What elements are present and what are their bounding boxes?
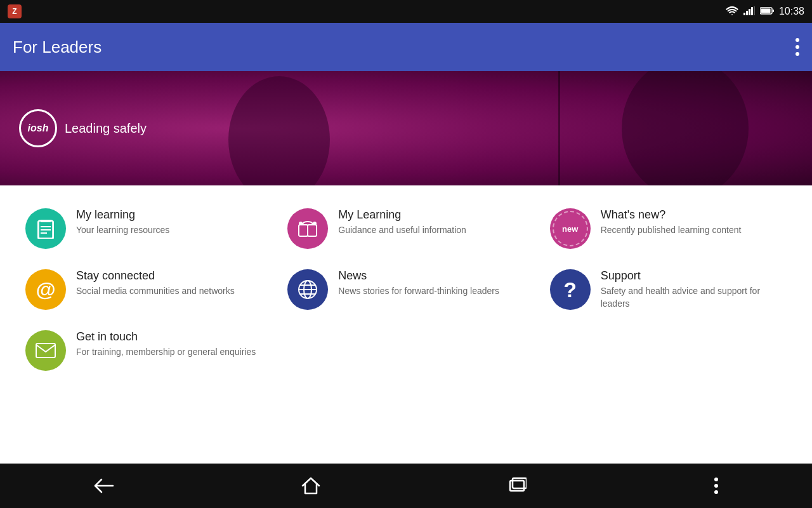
menu-item-whats-new[interactable]: new What's new? Recently published learn… (537, 198, 799, 259)
battery-icon (760, 6, 774, 17)
menu-item-my-learning-2[interactable]: My Learning Guidance and useful informat… (275, 198, 537, 259)
app-bar-title: For Leaders (13, 37, 102, 57)
support-desc: Safety and health advice and support for… (601, 285, 787, 310)
get-in-touch-desc: For training, membership or general enqu… (76, 346, 262, 359)
stay-connected-desc: Social media communities and networks (76, 285, 262, 298)
signal-icon (743, 6, 755, 17)
svg-rect-4 (754, 6, 755, 15)
svg-rect-14 (308, 225, 317, 236)
svg-rect-1 (746, 11, 748, 15)
hero-logo: iosh Leading safely (0, 97, 166, 160)
my-learning-title: My learning (76, 208, 262, 222)
get-in-touch-title: Get in touch (76, 330, 262, 344)
hero-banner: iosh Leading safely (0, 71, 812, 185)
my-learning-2-text: My Learning Guidance and useful informat… (338, 208, 524, 237)
menu-grid: My learning Your learning resources My L… (0, 185, 812, 387)
menu-item-get-in-touch[interactable]: Get in touch For training, membership or… (13, 320, 275, 381)
my-learning-icon (25, 208, 66, 249)
my-learning-desc: Your learning resources (76, 224, 262, 237)
svg-point-29 (714, 490, 718, 494)
stay-connected-text: Stay connected Social media communities … (76, 269, 262, 298)
svg-rect-6 (773, 10, 774, 12)
svg-rect-7 (761, 9, 770, 13)
news-title: News (338, 269, 524, 283)
news-text: News News stories for forward-thinking l… (338, 269, 524, 298)
bottom-nav (0, 464, 812, 508)
wifi-icon (726, 6, 738, 17)
recents-button[interactable] (495, 471, 539, 501)
menu-item-news[interactable]: News News stories for forward-thinking l… (275, 259, 537, 320)
more-options-button[interactable] (701, 471, 731, 501)
news-icon (287, 269, 328, 310)
whats-new-icon: new (550, 208, 591, 249)
stay-connected-title: Stay connected (76, 269, 262, 283)
hero-divider (558, 71, 560, 185)
svg-point-16 (299, 222, 303, 225)
support-text: Support Safety and health advice and sup… (601, 269, 787, 310)
news-desc: News stories for forward-thinking leader… (338, 285, 524, 298)
back-button[interactable] (81, 471, 127, 501)
svg-rect-0 (743, 13, 745, 15)
svg-point-17 (313, 222, 317, 225)
my-learning-2-title: My Learning (338, 208, 524, 222)
home-button[interactable] (289, 471, 333, 501)
menu-button[interactable] (796, 38, 799, 56)
hero-tagline: Leading safely (65, 121, 147, 136)
support-icon: ? (550, 269, 591, 310)
status-time: 10:38 (779, 6, 804, 17)
menu-item-support[interactable]: ? Support Safety and health advice and s… (537, 259, 799, 320)
notification-badge: Z (8, 4, 22, 18)
status-bar-right: 10:38 (726, 6, 804, 17)
app-bar: For Leaders (0, 23, 812, 71)
svg-point-28 (714, 484, 718, 488)
svg-point-27 (714, 478, 718, 481)
whats-new-text: What's new? Recently published learning … (601, 208, 787, 237)
my-learning-text: My learning Your learning resources (76, 208, 262, 237)
menu-item-stay-connected[interactable]: @ Stay connected Social media communitie… (13, 259, 275, 320)
whats-new-title: What's new? (601, 208, 787, 222)
my-learning-2-desc: Guidance and useful information (338, 224, 524, 237)
stay-connected-icon: @ (25, 269, 66, 310)
menu-item-my-learning[interactable]: My learning Your learning resources (13, 198, 275, 259)
iosh-logo-circle: iosh (19, 109, 57, 147)
my-learning-2-icon (287, 208, 328, 249)
svg-rect-2 (749, 9, 750, 15)
svg-rect-13 (299, 225, 308, 236)
svg-rect-3 (751, 7, 753, 15)
whats-new-desc: Recently published learning content (601, 224, 787, 237)
get-in-touch-text: Get in touch For training, membership or… (76, 330, 262, 359)
status-bar-left: Z (8, 4, 22, 18)
get-in-touch-icon (25, 330, 66, 371)
support-title: Support (601, 269, 787, 283)
svg-rect-23 (36, 344, 55, 358)
status-bar: Z (0, 0, 812, 23)
